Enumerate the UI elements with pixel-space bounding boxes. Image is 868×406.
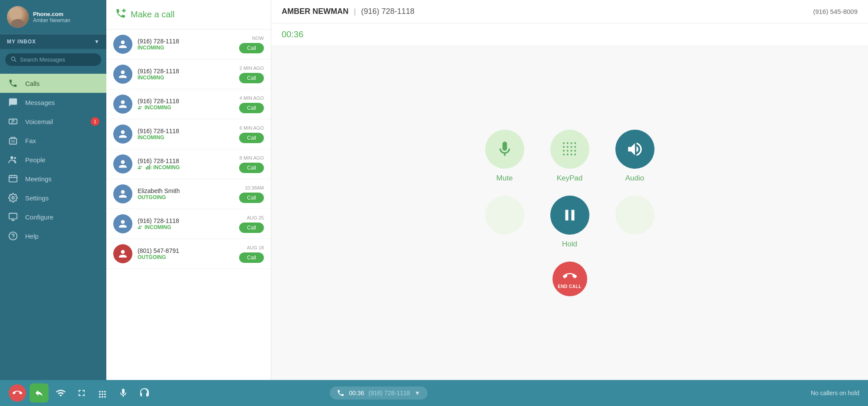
- dialpad-transfer-button[interactable]: [30, 383, 49, 403]
- wifi-icon[interactable]: [52, 384, 69, 402]
- call-direction: INCOMING: [138, 164, 234, 170]
- call-info: (916) 728-1118 INCOMING: [138, 68, 234, 81]
- inbox-selector[interactable]: MY INBOX ▼: [0, 34, 106, 49]
- caller-name: AMBER NEWMAN | (916) 728-1118: [282, 7, 414, 16]
- svg-point-18: [13, 238, 13, 239]
- sidebar-item-settings[interactable]: Settings: [0, 188, 106, 207]
- header-separator: |: [354, 7, 356, 16]
- call-button[interactable]: Call: [239, 43, 264, 53]
- avatar: [7, 6, 29, 28]
- call-time: 8 MIN AGO: [240, 155, 264, 160]
- mute-button[interactable]: Mute: [485, 130, 524, 183]
- microphone-icon[interactable]: [115, 384, 132, 402]
- dialpad-icon[interactable]: [94, 384, 111, 402]
- list-item: (916) 728-1118 INCOMING 2 MIN AGO Call: [106, 59, 271, 89]
- call-avatar: [113, 65, 132, 84]
- active-call-status[interactable]: 00:36 (916) 728-1118 ▼: [330, 386, 427, 399]
- svg-rect-22: [148, 166, 148, 170]
- sidebar-item-voicemail[interactable]: Voicemail 1: [0, 112, 106, 131]
- call-time: 10:38AM: [245, 185, 264, 190]
- list-item: (801) 547-8791 OUTGOING AUG 18 Call: [106, 239, 271, 269]
- user-info: Phone.com Amber Newman: [33, 11, 70, 23]
- hold-button[interactable]: Hold: [550, 196, 589, 249]
- call-time: AUG 18: [247, 245, 264, 250]
- empty-right-circle: [615, 196, 654, 235]
- keypad-label: KeyPad: [557, 174, 583, 183]
- call-button[interactable]: Call: [239, 163, 264, 173]
- call-meta: 8 MIN AGO Call: [239, 155, 264, 173]
- audio-circle: [615, 130, 654, 169]
- call-status-timer: 00:36: [349, 390, 364, 396]
- voicemail-icon: [7, 117, 19, 126]
- no-callers-status: No callers on hold: [811, 390, 859, 396]
- call-number: (801) 547-8791: [138, 247, 234, 254]
- call-direction: INCOMING: [138, 134, 234, 141]
- sidebar-item-label-calls: Calls: [25, 80, 39, 87]
- end-call-button[interactable]: END CALL: [552, 262, 587, 296]
- call-direction: OUTGOING: [138, 254, 234, 260]
- call-avatar: [113, 124, 132, 144]
- empty-right-button[interactable]: x: [615, 196, 654, 249]
- call-number: (916) 728-1118: [138, 68, 234, 75]
- call-meta: 2 MIN AGO Call: [239, 65, 264, 83]
- hold-label: Hold: [562, 240, 577, 249]
- sidebar-item-messages[interactable]: Messages: [0, 93, 106, 112]
- active-call-header: AMBER NEWMAN | (916) 728-1118 (916) 545-…: [271, 0, 868, 23]
- audio-button[interactable]: Audio: [615, 130, 654, 183]
- inbox-label: MY INBOX: [7, 39, 36, 45]
- sidebar-item-help[interactable]: Help: [0, 226, 106, 246]
- keypad-circle: [550, 130, 589, 169]
- sidebar-item-calls[interactable]: Calls: [0, 74, 106, 93]
- hangup-button[interactable]: [9, 384, 26, 402]
- search-input[interactable]: [20, 56, 96, 63]
- search-icon: [10, 56, 16, 63]
- search-box[interactable]: [5, 53, 101, 66]
- call-direction: INCOMING: [138, 75, 234, 81]
- sidebar-item-label-meetings: Meetings: [25, 175, 52, 183]
- chevron-down-icon[interactable]: ▼: [414, 390, 421, 396]
- mute-label: Mute: [496, 174, 513, 183]
- call-info: (916) 728-1118 INCOMING: [138, 98, 234, 111]
- call-meta: 4 MIN AGO Call: [239, 95, 264, 113]
- svg-rect-7: [11, 140, 15, 143]
- call-meta: 10:38AM Call: [239, 185, 264, 203]
- call-info: (916) 728-1118 INCOMING: [138, 217, 234, 230]
- end-call-label: END CALL: [558, 284, 582, 289]
- headset-icon[interactable]: [135, 384, 153, 402]
- call-number: (916) 728-1118: [138, 217, 234, 224]
- brand-name: Phone.com: [33, 11, 70, 17]
- call-meta: AUG 18 Call: [239, 245, 264, 263]
- svg-line-1: [15, 60, 16, 62]
- sidebar-item-people[interactable]: People: [0, 150, 106, 169]
- sidebar-item-label-help: Help: [25, 232, 39, 240]
- list-item: (916) 728-1118 INCOMING AUG 25 Call: [106, 209, 271, 239]
- call-avatar: [113, 154, 132, 174]
- call-status-number: (916) 728-1118: [368, 390, 410, 396]
- mute-circle: [485, 130, 524, 169]
- help-icon: [7, 231, 19, 241]
- call-avatar: [113, 35, 132, 54]
- call-button[interactable]: Call: [239, 133, 264, 143]
- call-button[interactable]: Call: [239, 103, 264, 113]
- expand-icon[interactable]: [73, 384, 90, 402]
- sidebar-item-meetings[interactable]: Meetings: [0, 169, 106, 188]
- call-time: 2 MIN AGO: [240, 65, 264, 71]
- bottom-bar: 00:36 (916) 728-1118 ▼ No callers on hol…: [0, 380, 868, 406]
- call-button[interactable]: Call: [239, 223, 264, 233]
- sidebar-item-configure[interactable]: Configure: [0, 207, 106, 226]
- call-meta: AUG 25 Call: [239, 215, 264, 233]
- call-number: (916) 728-1118: [138, 98, 234, 105]
- call-button[interactable]: Call: [239, 252, 264, 263]
- empty-left-button[interactable]: x: [485, 196, 524, 249]
- sidebar-item-fax[interactable]: Fax: [0, 131, 106, 150]
- caller-phone-number: (916) 728-1118: [361, 7, 414, 16]
- call-number: (916) 728-1118: [138, 38, 234, 45]
- call-button[interactable]: Call: [239, 193, 264, 203]
- keypad-button[interactable]: KeyPad: [550, 130, 589, 183]
- main-call-panel: AMBER NEWMAN | (916) 728-1118 (916) 545-…: [271, 0, 868, 380]
- chat-icon: [7, 98, 19, 107]
- caller-id-number: (916) 545-8009: [813, 8, 858, 15]
- call-number: (916) 728-1118: [138, 128, 234, 134]
- call-info: Elizabeth Smith OUTGOING: [138, 187, 234, 200]
- call-button[interactable]: Call: [239, 73, 264, 83]
